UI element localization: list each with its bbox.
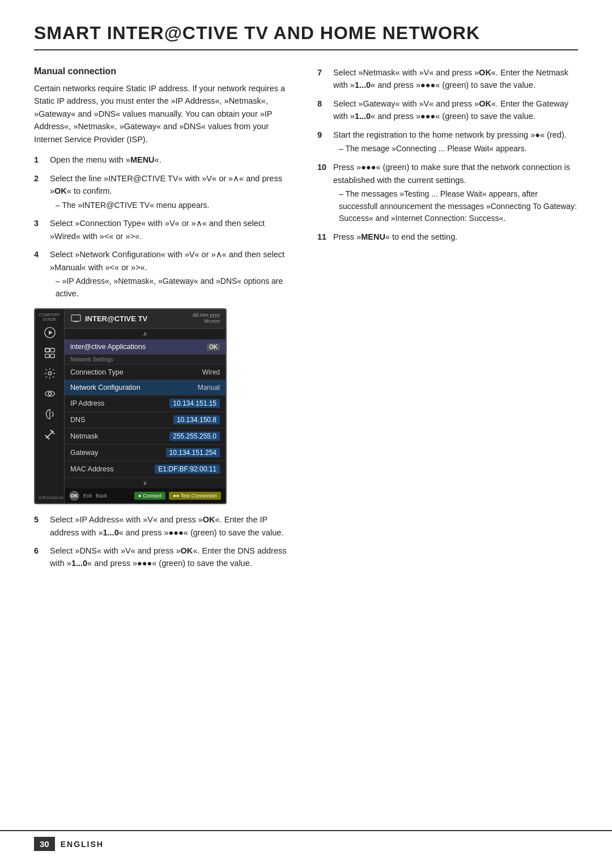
tv-footer: OK Exit Back ● Connect ●● Test Connectio… xyxy=(65,488,226,503)
intro-text: Certain networks require Static IP addre… xyxy=(34,82,295,146)
step-10: 10 Press »●●●« (green) to make sure that… xyxy=(317,161,578,225)
sub-item: – The »INTER@CTIVE TV« menu appears. xyxy=(50,199,295,212)
svg-rect-12 xyxy=(71,315,80,321)
svg-rect-2 xyxy=(45,348,49,352)
svg-rect-3 xyxy=(50,348,54,352)
step-number: 10 xyxy=(317,161,330,173)
audio-icon xyxy=(40,406,60,423)
step-content: Open the menu with »MENU«. xyxy=(50,154,295,166)
grundig-logo: GRUNDIG xyxy=(39,495,64,500)
step-number: 7 xyxy=(317,66,330,79)
step-content: Select »DNS« with »V« and press »OK«. En… xyxy=(50,544,295,570)
step-4: 4 Select »Network Configuration« with »V… xyxy=(34,248,295,300)
step-content: Press »MENU« to end the setting. xyxy=(333,231,578,243)
play-icon xyxy=(40,324,60,341)
ok-button: OK xyxy=(69,491,79,501)
svg-marker-1 xyxy=(49,331,52,335)
step-content: Select »IP Address« with »V« and press »… xyxy=(50,513,295,539)
step-number: 5 xyxy=(34,513,46,526)
step-number: 4 xyxy=(34,248,46,261)
svg-point-6 xyxy=(48,372,52,376)
tv-sidebar: COMFORTGUIDE xyxy=(35,309,65,503)
tv-row-network-config: Network Configuration Manual xyxy=(65,380,226,395)
settings-icon xyxy=(40,365,60,382)
tv-row-ip: IP Address 10.134.151.15 xyxy=(65,395,226,412)
sub-item: – The messages »Testing ... Please Wait«… xyxy=(333,188,578,225)
step-number: 9 xyxy=(317,129,330,141)
step-5: 5 Select »IP Address« with »V« and press… xyxy=(34,513,295,539)
tv-row-dns: DNS 10.134.150.8 xyxy=(65,412,226,428)
step-8: 8 Select »Gateway« with »V« and press »O… xyxy=(317,97,578,123)
step-number: 6 xyxy=(34,544,46,557)
page-number: 30 xyxy=(34,837,55,851)
ok-badge: OK xyxy=(207,343,220,351)
tv-screen-mockup: COMFORTGUIDE xyxy=(34,308,227,504)
tv-row-connection-type: Connection Type Wired xyxy=(65,365,226,380)
step-number: 1 xyxy=(34,154,46,166)
test-connection-button: ●● Test Connection xyxy=(169,492,221,500)
tv-main-menu: INTER@CTIVE TV dd.mm.yyyy hh:mm ∧ xyxy=(65,309,226,503)
menu-arrow-up: ∧ xyxy=(65,329,226,339)
tv-header: INTER@CTIVE TV dd.mm.yyyy hh:mm xyxy=(65,309,226,329)
back-label: Back xyxy=(96,493,107,499)
comfort-guide-label: COMFORTGUIDE xyxy=(39,313,60,322)
svg-point-8 xyxy=(48,393,52,396)
step-3: 3 Select »Connection Type« with »V« or »… xyxy=(34,217,295,242)
steps-list-right: 7 Select »Netmask« with »V« and press »O… xyxy=(317,66,578,244)
step-content: Press »●●●« (green) to make sure that th… xyxy=(333,161,578,225)
svg-rect-4 xyxy=(45,354,49,358)
step-content: Select »Network Configuration« with »V« … xyxy=(50,248,295,300)
step-content: Select the line »INTER@CTIVE TV« with »V… xyxy=(50,172,295,212)
tv-menu-highlighted: inter@ctive Applications OK xyxy=(65,339,226,355)
tv-title: INTER@CTIVE TV xyxy=(85,314,147,323)
tv-logo: INTER@CTIVE TV xyxy=(70,314,147,323)
footer-label: ENGLISH xyxy=(61,840,104,849)
eye-icon xyxy=(40,385,60,402)
svg-rect-5 xyxy=(50,354,54,358)
step-2: 2 Select the line »INTER@CTIVE TV« with … xyxy=(34,172,295,212)
tv-date: dd.mm.yyyy hh:mm xyxy=(193,312,220,325)
step-content: Select »Netmask« with »V« and press »OK«… xyxy=(333,66,578,92)
tools-icon xyxy=(40,426,60,443)
tv-row-gateway: Gateway 10.134.151.254 xyxy=(65,445,226,461)
step-number: 2 xyxy=(34,172,46,185)
tv-row-netmask: Netmask 255.255.255.0 xyxy=(65,428,226,445)
step-number: 11 xyxy=(317,231,330,243)
steps-list-top: 1 Open the menu with »MENU«. 2 Select th… xyxy=(34,154,295,300)
step-11: 11 Press »MENU« to end the setting. xyxy=(317,231,578,243)
sub-item: – The mesage »Connecting ... Please Wait… xyxy=(333,143,578,155)
exit-label: Exit xyxy=(83,493,92,499)
tv-action-buttons: ● Connect ●● Test Connection xyxy=(134,492,221,500)
step-content: Select »Gateway« with »V« and press »OK«… xyxy=(333,97,578,123)
step-number: 3 xyxy=(34,217,46,229)
sub-item: – »IP Address«, »Netmask«, »Gateway« and… xyxy=(50,275,295,300)
connect-button: ● Connect xyxy=(134,492,165,500)
step-9: 9 Start the registration to the home net… xyxy=(317,129,578,155)
step-6: 6 Select »DNS« with »V« and press »OK«. … xyxy=(34,544,295,570)
left-column: Manual connection Certain networks requi… xyxy=(34,66,295,576)
network-icon xyxy=(40,344,60,361)
tv-row-mac: MAC Address E1:DF:BF:92:00:11 xyxy=(65,461,226,478)
step-content: Start the registration to the home netwo… xyxy=(333,129,578,155)
tv-section-label: Network Settings xyxy=(65,355,226,365)
page-footer: 30 ENGLISH xyxy=(0,830,612,851)
page-title: SMART INTER@CTIVE TV AND HOME NETWORK xyxy=(34,23,578,50)
steps-list-bottom: 5 Select »IP Address« with »V« and press… xyxy=(34,513,295,570)
menu-arrow-down: ∨ xyxy=(65,478,226,488)
step-7: 7 Select »Netmask« with »V« and press »O… xyxy=(317,66,578,92)
step-content: Select »Connection Type« with »V« or »∧«… xyxy=(50,217,295,242)
step-number: 8 xyxy=(317,97,330,110)
step-1: 1 Open the menu with »MENU«. xyxy=(34,154,295,166)
right-column: 7 Select »Netmask« with »V« and press »O… xyxy=(317,66,578,576)
section-heading: Manual connection xyxy=(34,66,295,76)
